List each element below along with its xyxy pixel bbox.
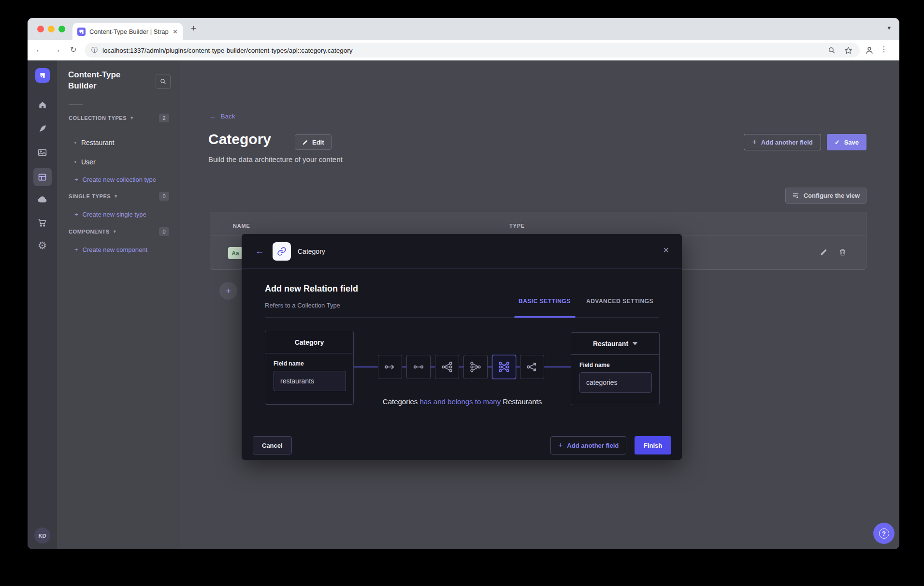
active-tab-underline: [514, 316, 576, 318]
plus-circle-icon: +: [219, 282, 237, 300]
bullet-dot: [74, 142, 76, 144]
marketplace-cart-icon[interactable]: [28, 218, 57, 228]
create-single-type-link[interactable]: + Create new single type: [74, 211, 146, 218]
target-select[interactable]: Restaurant: [571, 333, 659, 355]
sidebar-title: Content-Type Builder: [68, 69, 145, 91]
chevron-down-icon: ▼: [130, 116, 134, 120]
relation-field-modal: ← Category ✕ Add new Relation field Refe…: [242, 234, 682, 460]
close-icon[interactable]: ✕: [663, 246, 669, 255]
finish-button[interactable]: Finish: [635, 436, 671, 454]
reload-icon[interactable]: ↻: [70, 45, 76, 54]
edit-button[interactable]: Edit: [295, 134, 332, 150]
configure-lines-icon: [792, 192, 799, 199]
divider: [69, 104, 83, 105]
back-label: Back: [221, 113, 235, 120]
section-components[interactable]: COMPONENTS ▼ 0: [69, 227, 169, 236]
modal-back-arrow-icon[interactable]: ←: [255, 246, 264, 256]
ctb-sidebar: Content-Type Builder COLLECTION TYPES ▼ …: [57, 60, 180, 549]
save-button[interactable]: ✓ Save: [827, 134, 866, 150]
browser-window: Content-Type Builder | Strapi ✕ + ▾ ← → …: [28, 18, 899, 549]
url-text[interactable]: localhost:1337/admin/plugins/content-typ…: [102, 47, 823, 54]
help-button[interactable]: ?: [873, 523, 895, 544]
modal-add-another-field-button[interactable]: + Add another field: [550, 436, 626, 454]
configure-view-button[interactable]: Configure the view: [785, 188, 866, 204]
delete-field-icon[interactable]: [838, 248, 847, 256]
relation-many-way-button[interactable]: [520, 355, 544, 379]
new-tab-button[interactable]: +: [191, 24, 196, 33]
add-another-field-button[interactable]: + Add another field: [744, 134, 821, 150]
section-label: SINGLE TYPES: [69, 193, 111, 199]
section-label: COLLECTION TYPES: [69, 115, 127, 121]
content-manager-feather-icon[interactable]: [28, 124, 57, 133]
modal-subtitle: Refers to a Collection Type: [265, 302, 340, 309]
section-count-badge: 2: [159, 114, 169, 122]
browser-menu-icon[interactable]: ⋮: [880, 44, 888, 54]
nav-rail: ⚙ KD: [28, 60, 57, 549]
search-button[interactable]: [156, 74, 171, 89]
user-avatar[interactable]: KD: [34, 527, 50, 543]
settings-gear-icon[interactable]: ⚙: [28, 240, 57, 251]
strapi-logo[interactable]: [28, 68, 57, 83]
sidebar-item-restaurant[interactable]: Restaurant: [74, 139, 114, 146]
relation-many-to-one-button[interactable]: [463, 355, 488, 379]
check-icon: ✓: [835, 139, 840, 146]
relation-one-way-button[interactable]: [378, 355, 402, 379]
modal-header: ← Category ✕: [242, 234, 682, 269]
target-select-value: Restaurant: [593, 340, 628, 348]
site-info-icon[interactable]: ⓘ: [91, 46, 98, 55]
address-bar[interactable]: ⓘ localhost:1337/admin/plugins/content-t…: [85, 43, 860, 58]
modal-footer: Cancel + Add another field Finish: [242, 430, 682, 460]
tab-close-icon[interactable]: ✕: [173, 28, 178, 35]
tab-advanced-settings[interactable]: ADVANCED SETTINGS: [586, 298, 653, 305]
create-collection-type-link[interactable]: + Create new collection type: [74, 176, 156, 183]
item-label: User: [81, 158, 96, 166]
page-title: Category: [208, 131, 271, 147]
close-window-button[interactable]: [37, 26, 44, 32]
maximize-window-button[interactable]: [58, 26, 65, 32]
back-icon[interactable]: ←: [35, 45, 43, 55]
relation-many-to-many-button[interactable]: [492, 355, 516, 379]
strapi-admin: ⚙ KD Content-Type Builder COLLECTION TYP…: [28, 60, 899, 549]
edit-field-icon[interactable]: [820, 248, 828, 256]
tab-basic-settings[interactable]: BASIC SETTINGS: [519, 298, 571, 305]
section-single-types[interactable]: SINGLE TYPES ▼ 0: [69, 192, 169, 201]
bookmark-star-icon[interactable]: [844, 46, 853, 55]
browser-tab-bar: Content-Type Builder | Strapi ✕ + ▾: [28, 18, 899, 40]
minimize-window-button[interactable]: [48, 26, 55, 32]
browser-tab[interactable]: Content-Type Builder | Strapi ✕: [72, 23, 183, 40]
plus-icon: +: [558, 441, 563, 450]
text-field-type-badge: Aa: [228, 247, 243, 259]
bullet-dot: [74, 161, 76, 163]
column-header-type: TYPE: [509, 223, 525, 229]
relation-one-to-many-button[interactable]: [435, 355, 459, 379]
macos-traffic-lights: [37, 26, 65, 32]
create-component-link[interactable]: + Create new component: [74, 246, 147, 253]
relation-one-to-one-button[interactable]: [406, 355, 431, 379]
section-count-badge: 0: [159, 192, 169, 201]
cancel-button[interactable]: Cancel: [253, 436, 292, 454]
home-icon[interactable]: [28, 100, 57, 110]
cloud-icon[interactable]: [28, 194, 57, 205]
tab-search-chevron-icon[interactable]: ▾: [887, 24, 891, 31]
zoom-icon[interactable]: [827, 46, 836, 55]
create-label: Create new collection type: [83, 176, 156, 183]
sentence-target: Restaurants: [503, 397, 542, 406]
content-type-builder-icon[interactable]: [28, 168, 57, 186]
field-name-label: Field name: [579, 362, 659, 368]
back-link[interactable]: ← Back: [210, 113, 235, 120]
relation-sentence: Categories has and belongs to many Resta…: [354, 397, 571, 406]
add-field-label: Add another field: [761, 139, 813, 146]
plus-icon: +: [74, 176, 78, 183]
source-field-name-input[interactable]: [274, 371, 346, 391]
sidebar-item-user[interactable]: User: [74, 158, 96, 166]
target-field-name-input[interactable]: [579, 372, 652, 393]
profile-icon[interactable]: [865, 45, 874, 55]
plus-icon: +: [74, 246, 78, 253]
plus-icon: +: [752, 138, 756, 146]
column-header-name: NAME: [233, 223, 250, 229]
page-subtitle: Build the data architecture of your cont…: [208, 155, 343, 163]
sentence-source: Categories: [383, 397, 418, 406]
section-collection-types[interactable]: COLLECTION TYPES ▼ 2: [69, 114, 169, 122]
forward-icon[interactable]: →: [53, 45, 61, 55]
media-library-icon[interactable]: [28, 147, 57, 158]
